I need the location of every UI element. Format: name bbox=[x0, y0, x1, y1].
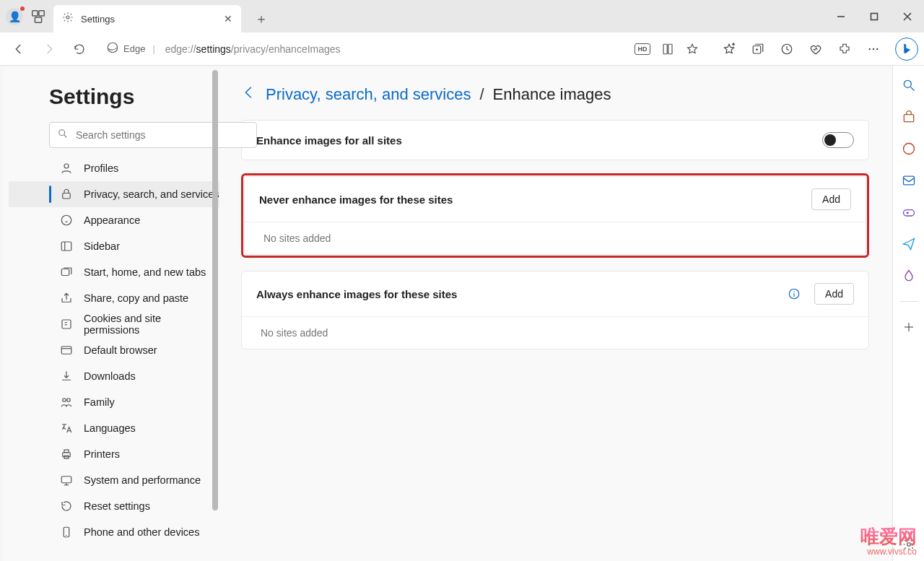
svg-point-46 bbox=[904, 80, 911, 87]
svg-rect-28 bbox=[62, 320, 71, 329]
never-enhance-add-button[interactable]: Add bbox=[811, 188, 851, 210]
settings-search[interactable] bbox=[49, 122, 257, 148]
nav-forward-button bbox=[36, 36, 62, 62]
sidebar-add-icon[interactable] bbox=[899, 318, 918, 336]
svg-rect-9 bbox=[663, 44, 667, 54]
nav-default-browser[interactable]: Default browser bbox=[9, 337, 219, 363]
sidebar-shopping-icon[interactable] bbox=[899, 108, 918, 126]
search-icon bbox=[57, 128, 69, 142]
window-close-button[interactable] bbox=[891, 0, 924, 32]
info-icon[interactable] bbox=[787, 287, 801, 301]
sidebar-divider bbox=[900, 301, 918, 302]
never-enhance-empty: No sites added bbox=[245, 222, 866, 254]
toggle-enhance-all-sites[interactable] bbox=[822, 132, 854, 148]
download-icon bbox=[59, 370, 74, 383]
card-never-enhance: Never enhance images for these sites Add… bbox=[244, 176, 866, 255]
svg-line-21 bbox=[64, 135, 66, 137]
collections-button[interactable] bbox=[745, 36, 771, 62]
nav-profiles[interactable]: Profiles bbox=[9, 155, 219, 181]
sidebar-search-icon[interactable] bbox=[899, 76, 918, 95]
nav-family[interactable]: Family bbox=[9, 389, 219, 415]
share-icon bbox=[59, 292, 74, 305]
always-enhance-add-button[interactable]: Add bbox=[814, 283, 854, 305]
family-icon bbox=[59, 396, 74, 409]
bing-button[interactable] bbox=[895, 38, 918, 61]
app-menu-button[interactable] bbox=[860, 36, 886, 62]
svg-line-47 bbox=[910, 87, 914, 91]
svg-point-24 bbox=[61, 215, 71, 225]
window-minimize-button[interactable] bbox=[824, 0, 858, 32]
profiles-icon bbox=[59, 162, 74, 175]
card-never-title: Never enhance images for these sites bbox=[259, 193, 453, 206]
settings-content: Privacy, search, and services / Enhance … bbox=[219, 69, 891, 561]
nav-appearance[interactable]: Appearance bbox=[9, 207, 219, 233]
appearance-icon bbox=[59, 214, 74, 227]
favorites-button[interactable] bbox=[716, 36, 742, 62]
favorite-star-icon[interactable] bbox=[685, 42, 699, 56]
nav-system[interactable]: System and performance bbox=[9, 467, 219, 493]
edge-sidebar bbox=[892, 66, 924, 561]
breadcrumb-parent-link[interactable]: Privacy, search, and services bbox=[266, 85, 471, 104]
history-button[interactable] bbox=[774, 36, 800, 62]
nav-printers[interactable]: Printers bbox=[9, 441, 219, 467]
nav-reset[interactable]: Reset settings bbox=[9, 493, 219, 519]
svg-point-34 bbox=[67, 399, 71, 402]
settings-sidebar: Settings Profiles Privacy, search, and s… bbox=[3, 69, 219, 561]
language-icon bbox=[59, 422, 74, 435]
svg-rect-2 bbox=[35, 17, 41, 22]
nav-share[interactable]: Share, copy and paste bbox=[9, 285, 219, 311]
nav-downloads[interactable]: Downloads bbox=[9, 363, 219, 389]
svg-point-18 bbox=[873, 48, 874, 49]
nav-privacy[interactable]: Privacy, search, and services bbox=[9, 181, 219, 207]
svg-rect-23 bbox=[63, 193, 71, 199]
sidebar-icon bbox=[59, 240, 74, 253]
address-bar[interactable]: Edge | edge://settings/privacy/enhanceIm… bbox=[100, 37, 706, 61]
lock-icon bbox=[59, 188, 74, 201]
reader-icon[interactable] bbox=[661, 42, 675, 56]
nav-back-button[interactable] bbox=[6, 36, 32, 62]
svg-point-8 bbox=[108, 43, 118, 53]
breadcrumb-back-icon[interactable] bbox=[241, 84, 257, 104]
tab-close-icon[interactable]: ✕ bbox=[224, 13, 232, 25]
highlight-box: Never enhance images for these sites Add… bbox=[241, 173, 869, 258]
profile-avatar[interactable]: 👤 bbox=[6, 8, 23, 25]
nav-refresh-button[interactable] bbox=[66, 36, 92, 62]
new-tab-button[interactable]: ＋ bbox=[248, 10, 274, 27]
settings-search-input[interactable] bbox=[76, 129, 249, 141]
hd-badge-icon[interactable]: HD bbox=[635, 43, 650, 55]
always-enhance-empty: No sites added bbox=[242, 317, 868, 349]
sidebar-drop-icon[interactable] bbox=[899, 266, 918, 285]
performance-button[interactable] bbox=[803, 36, 829, 62]
sidebar-games-icon[interactable] bbox=[899, 203, 918, 222]
address-separator: | bbox=[152, 43, 154, 54]
sidebar-scrollbar[interactable] bbox=[211, 69, 219, 561]
svg-point-19 bbox=[876, 48, 878, 49]
sidebar-settings-icon[interactable] bbox=[899, 535, 918, 554]
svg-rect-38 bbox=[61, 477, 71, 483]
url-text: edge://settings/privacy/enhanceImages bbox=[165, 43, 341, 55]
sidebar-send-icon[interactable] bbox=[899, 235, 918, 253]
nav-sidebar[interactable]: Sidebar bbox=[9, 233, 219, 259]
window-maximize-button[interactable] bbox=[858, 0, 891, 32]
printer-icon bbox=[59, 448, 74, 461]
svg-rect-48 bbox=[904, 115, 913, 122]
extensions-button[interactable] bbox=[832, 36, 858, 62]
breadcrumb-separator: / bbox=[479, 85, 484, 104]
card-enhance-all-title: Enhance images for all sites bbox=[256, 134, 402, 147]
workspaces-icon[interactable] bbox=[30, 9, 46, 25]
gear-icon bbox=[62, 12, 74, 26]
nav-phone[interactable]: Phone and other devices bbox=[9, 519, 219, 545]
svg-rect-1 bbox=[39, 10, 44, 15]
svg-rect-27 bbox=[61, 269, 69, 276]
window-titlebar: 👤 Settings ✕ ＋ bbox=[0, 0, 924, 32]
tabs-icon bbox=[59, 266, 74, 279]
nav-languages[interactable]: Languages bbox=[9, 415, 219, 441]
nav-cookies[interactable]: Cookies and site permissions bbox=[9, 311, 219, 337]
sidebar-office-icon[interactable] bbox=[899, 139, 918, 158]
card-always-title: Always enhance images for these sites bbox=[256, 288, 457, 300]
svg-rect-25 bbox=[61, 242, 71, 251]
nav-start[interactable]: Start, home, and new tabs bbox=[9, 259, 219, 285]
browser-tab[interactable]: Settings ✕ bbox=[53, 5, 241, 32]
edge-label: Edge bbox=[123, 43, 145, 54]
sidebar-outlook-icon[interactable] bbox=[899, 171, 918, 190]
